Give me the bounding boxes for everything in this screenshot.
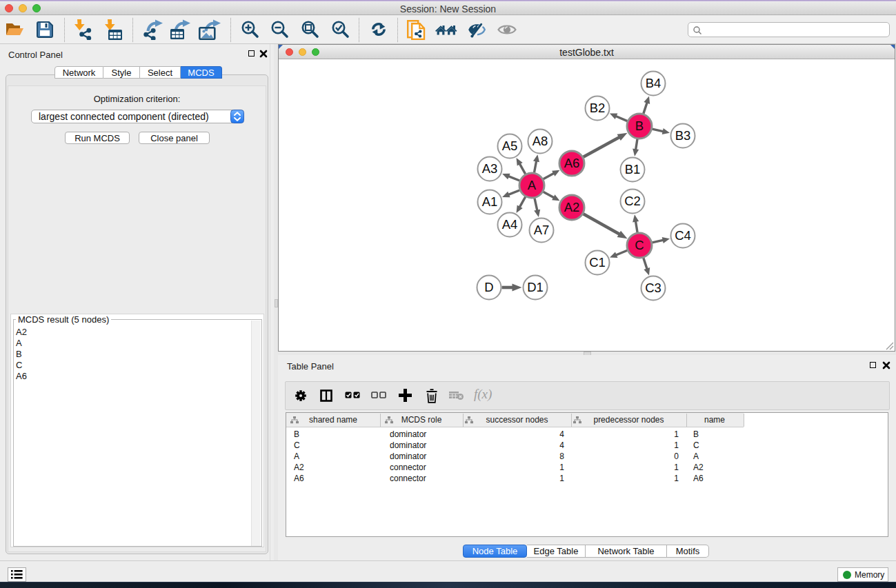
svg-text:B2: B2 — [590, 101, 606, 115]
svg-text:B: B — [635, 119, 644, 133]
svg-text:A8: A8 — [532, 134, 548, 148]
svg-text:A1: A1 — [482, 194, 498, 209]
svg-text:A5: A5 — [502, 139, 518, 153]
svg-text:C3: C3 — [645, 281, 661, 295]
svg-text:A6: A6 — [564, 156, 580, 170]
svg-text:C1: C1 — [589, 255, 606, 270]
svg-text:B1: B1 — [625, 162, 641, 176]
svg-text:A7: A7 — [534, 223, 550, 237]
svg-text:A4: A4 — [502, 217, 518, 232]
svg-text:A: A — [528, 178, 537, 192]
svg-text:C4: C4 — [675, 228, 691, 243]
svg-text:C: C — [635, 238, 644, 252]
svg-text:B4: B4 — [646, 76, 661, 90]
svg-text:A2: A2 — [564, 200, 580, 214]
svg-text:D1: D1 — [527, 280, 544, 294]
svg-text:D: D — [484, 280, 493, 294]
svg-text:A3: A3 — [482, 161, 498, 176]
svg-text:C2: C2 — [624, 194, 641, 208]
svg-text:B3: B3 — [675, 128, 691, 143]
